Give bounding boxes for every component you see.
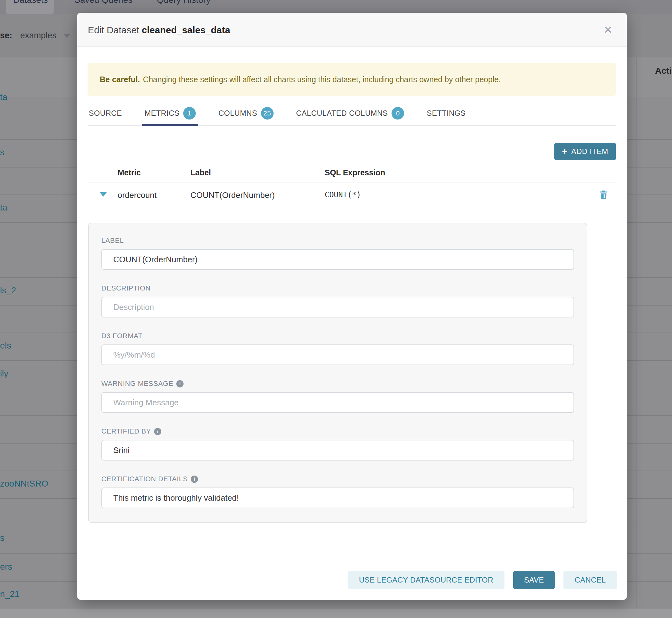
tab-calculated-columns-count-badge: 0 bbox=[392, 107, 404, 119]
tab-settings-label: SETTINGS bbox=[427, 109, 466, 118]
tab-query-history[interactable]: Query History bbox=[157, 0, 210, 5]
modal-footer: USE LEGACY DATASOURCE EDITOR SAVE CANCEL bbox=[348, 571, 617, 589]
tab-metrics[interactable]: METRICS 1 bbox=[143, 107, 197, 125]
database-filter-label: se: bbox=[0, 31, 12, 40]
use-legacy-datasource-editor-button[interactable]: USE LEGACY DATASOURCE EDITOR bbox=[348, 571, 504, 589]
dropdown-caret-icon bbox=[63, 34, 70, 38]
dataset-link[interactable]: n_21 bbox=[0, 589, 19, 599]
dataset-link[interactable]: ers bbox=[0, 562, 12, 572]
modal-title-dataset-name: cleaned_sales_data bbox=[142, 25, 230, 35]
field-warning-message: WARNING MESSAGE i bbox=[101, 380, 574, 413]
save-button[interactable]: SAVE bbox=[513, 571, 554, 589]
tab-metrics-label: METRICS bbox=[145, 109, 180, 118]
database-filter[interactable]: se: examples bbox=[0, 31, 70, 40]
certification-details-input[interactable] bbox=[101, 488, 574, 508]
modal-title-prefix: Edit Dataset bbox=[88, 25, 139, 35]
d3-format-input[interactable] bbox=[101, 344, 574, 365]
column-header-metric: Metric bbox=[118, 168, 141, 177]
label-input[interactable] bbox=[101, 249, 574, 270]
field-d3-format-caption: D3 FORMAT bbox=[101, 332, 574, 340]
add-item-button[interactable]: + ADD ITEM bbox=[554, 143, 616, 160]
info-icon: i bbox=[191, 476, 198, 483]
tab-columns[interactable]: COLUMNS 25 bbox=[217, 107, 275, 125]
edit-dataset-modal: Edit Dataset cleaned_sales_data ✕ Be car… bbox=[77, 13, 627, 600]
dataset-link[interactable]: s bbox=[0, 533, 4, 543]
tab-calculated-columns[interactable]: CALCULATED COLUMNS 0 bbox=[295, 107, 406, 125]
tab-columns-count-badge: 25 bbox=[261, 107, 274, 119]
warning-banner-text: Changing these settings will affect all … bbox=[143, 75, 501, 84]
cancel-button[interactable]: CANCEL bbox=[563, 571, 617, 589]
dataset-link[interactable]: s bbox=[0, 147, 4, 158]
field-description: DESCRIPTION bbox=[101, 284, 574, 317]
warning-banner: Be careful. Changing these settings will… bbox=[88, 63, 616, 96]
warning-banner-bold: Be careful. bbox=[100, 75, 140, 84]
field-d3-format: D3 FORMAT bbox=[101, 332, 574, 365]
tab-settings[interactable]: SETTINGS bbox=[425, 107, 467, 125]
field-label-caption: LABEL bbox=[101, 236, 574, 245]
metric-sql-cell: COUNT(*) bbox=[325, 190, 361, 199]
dataset-link[interactable]: ily bbox=[0, 369, 8, 379]
dataset-link[interactable]: zooNNtSRO bbox=[0, 479, 48, 489]
info-icon: i bbox=[154, 428, 161, 435]
field-warning-message-caption: WARNING MESSAGE bbox=[101, 380, 173, 388]
dataset-link[interactable]: ls_2 bbox=[0, 286, 16, 296]
tab-source[interactable]: SOURCE bbox=[88, 107, 123, 125]
metric-detail-panel: LABEL DESCRIPTION D3 FORMAT WARNING MESS… bbox=[88, 223, 587, 523]
delete-metric-trash-icon[interactable] bbox=[598, 189, 609, 201]
table-footer-band bbox=[0, 609, 672, 618]
database-filter-value: examples bbox=[20, 31, 57, 40]
tab-saved-queries[interactable]: Saved Queries bbox=[74, 0, 132, 5]
warning-message-input[interactable] bbox=[101, 392, 574, 413]
field-certification-details-caption: CERTIFICATION DETAILS bbox=[101, 475, 188, 483]
metric-label-cell: COUNT(OrderNumber) bbox=[190, 190, 275, 200]
field-label: LABEL bbox=[101, 236, 574, 270]
metric-name-cell: ordercount bbox=[118, 190, 157, 200]
description-input[interactable] bbox=[101, 297, 574, 317]
row-collapse-caret-icon[interactable] bbox=[100, 192, 107, 197]
tab-columns-label: COLUMNS bbox=[218, 109, 257, 118]
plus-icon: + bbox=[562, 146, 568, 156]
column-header-label: Label bbox=[190, 168, 211, 177]
modal-tab-bar: SOURCE METRICS 1 COLUMNS 25 CALCULATED C… bbox=[88, 107, 616, 126]
add-item-label: ADD ITEM bbox=[571, 147, 608, 156]
actions-column-header: Acti bbox=[655, 66, 672, 76]
certified-by-input[interactable] bbox=[101, 440, 574, 460]
field-description-caption: DESCRIPTION bbox=[101, 284, 574, 292]
info-icon: i bbox=[176, 380, 184, 388]
dataset-link[interactable]: ta bbox=[0, 203, 7, 213]
close-icon[interactable]: ✕ bbox=[600, 22, 615, 37]
field-certified-by-caption: CERTIFIED BY bbox=[101, 427, 151, 435]
field-certification-details: CERTIFICATION DETAILS i bbox=[101, 475, 574, 508]
table-header-divider bbox=[88, 183, 616, 183]
tab-metrics-count-badge: 1 bbox=[183, 107, 196, 119]
dataset-link[interactable]: ta bbox=[0, 92, 7, 102]
tab-calculated-columns-label: CALCULATED COLUMNS bbox=[296, 109, 388, 118]
column-header-sql-expression: SQL Expression bbox=[325, 168, 385, 177]
dataset-link[interactable]: els bbox=[0, 341, 11, 351]
field-certified-by: CERTIFIED BY i bbox=[101, 427, 574, 460]
tab-datasets[interactable]: Datasets bbox=[13, 0, 48, 5]
modal-title: Edit Dataset cleaned_sales_data bbox=[88, 25, 230, 35]
tab-source-label: SOURCE bbox=[89, 109, 122, 118]
